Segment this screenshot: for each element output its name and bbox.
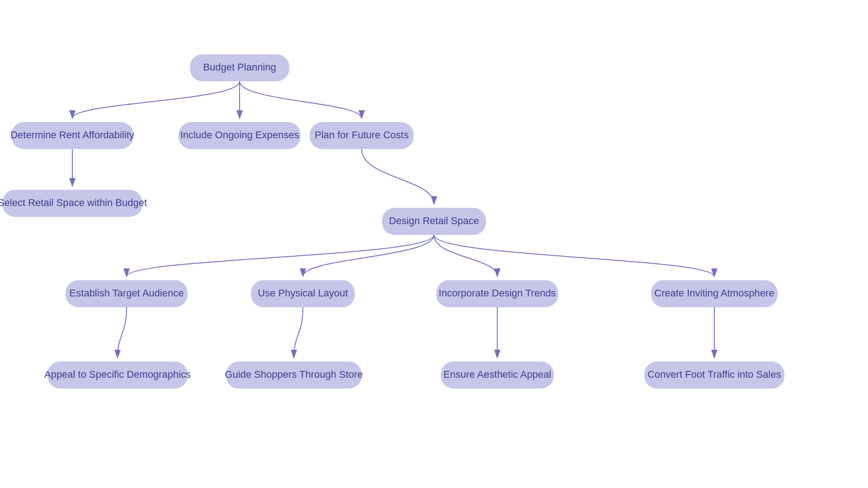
node-trends: Incorporate Design Trends <box>436 280 558 307</box>
node-budget: Budget Planning <box>190 54 289 81</box>
node-label-trends: Incorporate Design Trends <box>439 287 556 299</box>
node-rent: Determine Rent Affordability <box>10 122 134 149</box>
flowchart-diagram: Budget PlanningDetermine Rent Affordabil… <box>0 0 868 488</box>
node-label-rent: Determine Rent Affordability <box>10 129 134 141</box>
arrow-design-to-target <box>127 235 434 277</box>
arrow-design-to-trends <box>434 235 497 277</box>
node-target: Establish Target Audience <box>66 280 188 307</box>
node-future: Plan for Future Costs <box>310 122 414 149</box>
node-label-shoppers: Guide Shoppers Through Store <box>225 369 363 380</box>
node-layout: Use Physical Layout <box>251 280 355 307</box>
node-aesthetic: Ensure Aesthetic Appeal <box>441 361 554 389</box>
node-demographics: Appeal to Specific Demographics <box>44 361 191 389</box>
node-traffic: Convert Foot Traffic into Sales <box>644 361 784 389</box>
node-label-atmosphere: Create Inviting Atmosphere <box>654 287 774 299</box>
node-label-budget: Budget Planning <box>203 61 276 73</box>
node-label-target: Establish Target Audience <box>70 287 184 299</box>
node-label-layout: Use Physical Layout <box>258 287 348 299</box>
arrow-design-to-atmosphere <box>434 235 714 277</box>
arrow-target-to-demographics <box>118 307 127 358</box>
node-label-ongoing: Include Ongoing Expenses <box>180 129 299 141</box>
node-atmosphere: Create Inviting Atmosphere <box>651 280 778 307</box>
arrow-future-to-design <box>362 149 434 204</box>
arrow-layout-to-shoppers <box>294 307 303 358</box>
node-design: Design Retail Space <box>382 208 486 235</box>
node-shoppers: Guide Shoppers Through Store <box>225 361 363 389</box>
node-label-future: Plan for Future Costs <box>315 129 409 141</box>
arrow-budget-to-future <box>240 81 362 118</box>
node-label-demographics: Appeal to Specific Demographics <box>44 369 191 380</box>
nodes-layer: Budget PlanningDetermine Rent Affordabil… <box>0 54 784 389</box>
arrow-budget-to-rent <box>72 81 240 118</box>
node-ongoing: Include Ongoing Expenses <box>179 122 301 149</box>
node-label-traffic: Convert Foot Traffic into Sales <box>647 369 781 380</box>
node-label-aesthetic: Ensure Aesthetic Appeal <box>443 369 552 380</box>
node-select: Select Retail Space within Budget <box>0 190 147 217</box>
node-label-design: Design Retail Space <box>389 215 479 226</box>
node-label-select: Select Retail Space within Budget <box>0 197 147 208</box>
arrow-design-to-layout <box>303 235 434 277</box>
